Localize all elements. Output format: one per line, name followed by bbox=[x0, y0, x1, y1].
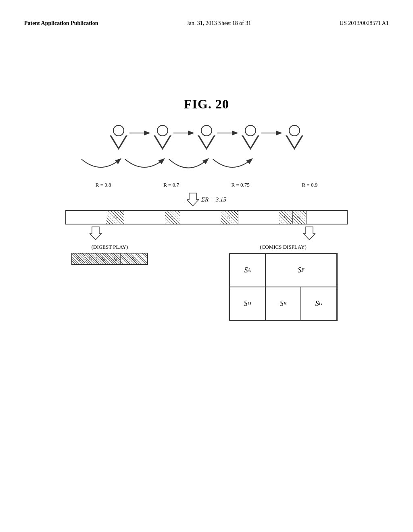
digest-down-arrow-icon bbox=[90, 226, 102, 241]
r-labels-row: R = 0.8 R = 0.7 R = 0.75 R = 0.9 bbox=[65, 182, 348, 188]
timeline-seg-g: SG bbox=[293, 211, 307, 224]
node-g: G bbox=[284, 125, 305, 153]
digest-play-section: (DIGEST PLAY) SA SF SD SB SG bbox=[65, 244, 154, 321]
figure-label: FIG. 20 bbox=[184, 97, 229, 112]
comics-title: (COMICS DISPLAY) bbox=[260, 244, 306, 250]
person-icon-g: G bbox=[284, 125, 305, 153]
sum-arrow-row: ΣR = 3.15 bbox=[187, 192, 226, 207]
svg-marker-5 bbox=[90, 227, 102, 240]
arrow-fd bbox=[173, 127, 196, 139]
curved-arrows-svg bbox=[65, 157, 348, 179]
comics-cell-sb: SB bbox=[265, 287, 301, 320]
comics-grid: SA SF SD SB SG bbox=[229, 253, 338, 321]
digest-bar: SA SF SD SB SG bbox=[71, 253, 148, 265]
timeline-seg-d: SD bbox=[221, 211, 238, 224]
arrow-af bbox=[129, 127, 152, 139]
digest-seg-d: SD bbox=[96, 254, 110, 264]
node-f: F bbox=[152, 125, 173, 153]
digest-title: (DIGEST PLAY) bbox=[92, 244, 128, 250]
head-g bbox=[289, 125, 300, 136]
comics-cell-sa: SA bbox=[229, 254, 265, 287]
body-g bbox=[286, 135, 303, 150]
timeline-seg-b: SB bbox=[279, 211, 293, 224]
sum-arrow: ΣR = 3.15 bbox=[65, 192, 348, 207]
body-a bbox=[110, 135, 127, 150]
digest-seg-g: SG bbox=[121, 254, 147, 264]
r-label-fd: R = 0.7 bbox=[163, 182, 179, 188]
double-down-arrow-icon bbox=[187, 192, 199, 207]
body-b bbox=[242, 135, 259, 150]
comics-display-section: (COMICS DISPLAY) SA SF SD SB SG bbox=[219, 244, 348, 321]
head-a bbox=[113, 125, 124, 136]
page-header: Patent Application Publication Jan. 31, … bbox=[24, 20, 389, 27]
nodes-row: A F bbox=[65, 121, 348, 157]
header-center: Jan. 31, 2013 Sheet 18 of 31 bbox=[187, 20, 251, 27]
node-a: A bbox=[108, 125, 129, 153]
person-icon-b: B bbox=[240, 125, 261, 153]
node-b: B bbox=[240, 125, 261, 153]
timeline-gap-3 bbox=[180, 211, 221, 224]
timeline-seg-f: SF bbox=[165, 211, 180, 224]
arrow-db bbox=[217, 127, 240, 139]
body-f bbox=[154, 135, 171, 150]
svg-marker-6 bbox=[303, 227, 315, 240]
comics-cell-sg: SG bbox=[301, 287, 337, 320]
person-icon-d: D bbox=[196, 125, 217, 153]
r-label-bg: R = 0.9 bbox=[302, 182, 317, 188]
person-icon-a: A bbox=[108, 125, 129, 153]
head-d bbox=[201, 125, 212, 136]
timeline-gap-2 bbox=[124, 211, 165, 224]
comics-cell-sd: SD bbox=[229, 287, 265, 320]
main-diagram: A F bbox=[65, 121, 348, 321]
split-row: (DIGEST PLAY) SA SF SD SB SG bbox=[65, 244, 348, 321]
r-label-af: R = 0.8 bbox=[96, 182, 111, 188]
sum-text: ΣR = 3.15 bbox=[201, 196, 226, 203]
split-arrows bbox=[65, 226, 348, 241]
digest-seg-b: SB bbox=[110, 254, 121, 264]
timeline-gap-4 bbox=[238, 211, 279, 224]
timeline-bar: SA SF SD SB SG bbox=[65, 210, 348, 224]
comics-down-arrow-icon bbox=[303, 226, 315, 241]
head-f bbox=[157, 125, 168, 136]
svg-marker-4 bbox=[187, 193, 199, 206]
r-label-db: R = 0.75 bbox=[232, 182, 250, 188]
node-d: D bbox=[196, 125, 217, 153]
header-right: US 2013/0028571 A1 bbox=[340, 20, 389, 27]
timeline-seg-a: SA bbox=[106, 211, 124, 224]
arrow-bg bbox=[261, 127, 284, 139]
comics-cell-sf: SF bbox=[265, 254, 337, 287]
digest-seg-a: SA bbox=[72, 254, 85, 264]
header-left: Patent Application Publication bbox=[24, 20, 98, 27]
timeline-gap-1 bbox=[66, 211, 106, 224]
head-b bbox=[245, 125, 256, 136]
timeline-gap-5 bbox=[307, 211, 347, 224]
person-icon-f: F bbox=[152, 125, 173, 153]
digest-seg-f: SF bbox=[85, 254, 96, 264]
body-d bbox=[198, 135, 215, 150]
